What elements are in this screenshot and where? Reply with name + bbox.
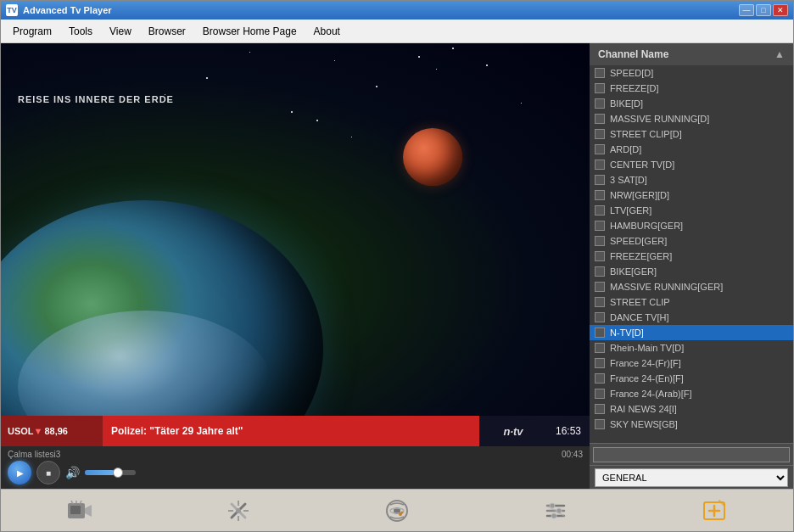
svg-point-8 [236, 508, 241, 513]
video-player[interactable]: REISE INS INNERE DER ERDE USOL ▼ 88,96 P… [1, 43, 590, 446]
channel-name-label: SPEED[GER] [610, 236, 667, 246]
channel-search-input[interactable] [593, 447, 790, 462]
channel-name-label: 3 SAT[D] [610, 175, 647, 185]
channel-name-label: Rhein-Main TV[D] [610, 343, 684, 353]
channel-checkbox[interactable] [595, 205, 605, 216]
info-channel-value: 88,96 [44, 426, 68, 436]
channel-item[interactable]: N-TV[D] [590, 325, 793, 340]
info-bar-ticker: Polizei: "Täter 29 Jahre alt" [103, 416, 479, 446]
channel-item[interactable]: MASSIVE RUNNING[D] [590, 111, 793, 126]
planet-mars [403, 128, 462, 186]
channel-item[interactable]: FREEZE[D] [590, 81, 793, 96]
channel-name-label: SPEED[D] [610, 68, 653, 78]
channel-item[interactable]: 3 SAT[D] [590, 172, 793, 188]
channel-list[interactable]: SPEED[D]FREEZE[D]BIKE[D]MASSIVE RUNNING[… [590, 65, 793, 443]
video-overlay-text: REISE INS INNERE DER ERDE [18, 94, 174, 104]
channel-checkbox[interactable] [595, 343, 605, 353]
menu-about[interactable]: About [305, 22, 349, 41]
channel-checkbox[interactable] [595, 282, 605, 292]
channel-item[interactable]: MASSIVE RUNNING[GER] [590, 279, 793, 294]
channel-search-area [590, 443, 793, 465]
channel-checkbox[interactable] [595, 221, 605, 231]
channel-item[interactable]: Rhein-Main TV[D] [590, 340, 793, 356]
toolbar-btn-add[interactable] [696, 493, 732, 529]
toolbar-btn-video[interactable] [62, 493, 98, 529]
channel-checkbox[interactable] [595, 190, 605, 200]
channel-checkbox[interactable] [595, 373, 605, 384]
play-button[interactable] [8, 461, 31, 484]
channel-checkbox[interactable] [595, 312, 605, 322]
status-text: Çalma listesi3 [8, 450, 556, 459]
channel-item[interactable]: SPEED[D] [590, 65, 793, 81]
main-content: REISE INS INNERE DER ERDE USOL ▼ 88,96 P… [1, 43, 793, 489]
channel-item[interactable]: France 24-(Fr)[F] [590, 356, 793, 371]
channel-name-label: N-TV[D] [610, 328, 644, 338]
toolbar-btn-media[interactable] [379, 493, 415, 529]
channel-item[interactable]: CENTER TV[D] [590, 157, 793, 172]
svg-point-17 [400, 511, 403, 513]
stop-button[interactable] [36, 461, 60, 484]
toolbar-btn-settings[interactable] [538, 493, 573, 529]
channel-checkbox[interactable] [595, 236, 605, 246]
channel-checkbox[interactable] [595, 83, 605, 93]
channel-checkbox[interactable] [595, 68, 605, 78]
channel-item[interactable]: HAMBURG[GER] [590, 218, 793, 233]
channel-item[interactable]: NRW[GER][D] [590, 188, 793, 203]
channel-item[interactable]: France 24-(En)[F] [590, 371, 793, 386]
channel-checkbox[interactable] [595, 389, 605, 399]
channel-checkbox[interactable] [595, 404, 605, 414]
channel-checkbox[interactable] [595, 251, 605, 261]
channel-checkbox[interactable] [595, 144, 605, 154]
menu-view[interactable]: View [101, 22, 140, 41]
channel-item[interactable]: STREET CLIP [590, 294, 793, 310]
channel-checkbox[interactable] [595, 266, 605, 277]
channel-item[interactable]: ARD[D] [590, 142, 793, 157]
volume-handle[interactable] [113, 468, 123, 478]
channel-checkbox[interactable] [595, 297, 605, 307]
channel-checkbox[interactable] [595, 419, 605, 429]
channel-header: Channel Name ▲ [590, 43, 793, 65]
window-controls: — □ ✕ [739, 4, 788, 16]
channel-checkbox[interactable] [595, 175, 605, 185]
channel-name-label: HAMBURG[GER] [610, 221, 683, 231]
menubar: Program Tools View Browser Browser Home … [1, 20, 793, 43]
volume-slider[interactable] [85, 470, 136, 475]
channel-item[interactable]: BIKE[GER] [590, 264, 793, 279]
channel-item[interactable]: FREEZE[GER] [590, 249, 793, 264]
info-bar-channel: USOL ▼ 88,96 [1, 416, 103, 446]
close-button[interactable]: ✕ [773, 4, 788, 16]
channel-name-label: LTV[GER] [610, 205, 651, 216]
info-bar-time: 16:53 [547, 416, 590, 446]
info-arrow-icon: ▼ [34, 426, 43, 436]
channel-checkbox[interactable] [595, 160, 605, 170]
maximize-button[interactable]: □ [756, 4, 771, 16]
channel-item[interactable]: SPEED[GER] [590, 233, 793, 249]
channel-checkbox[interactable] [595, 129, 605, 139]
svg-marker-1 [85, 505, 92, 517]
volume-icon: 🔊 [65, 466, 80, 479]
channel-name-label: CENTER TV[D] [610, 160, 674, 170]
tools-icon [225, 497, 252, 524]
channel-checkbox[interactable] [595, 98, 605, 109]
channel-item[interactable]: RAI NEWS 24[I] [590, 401, 793, 417]
menu-browser[interactable]: Browser [140, 22, 194, 41]
minimize-button[interactable]: — [739, 4, 754, 16]
channel-item[interactable]: France 24-(Arab)[F] [590, 386, 793, 401]
toolbar-btn-tools[interactable] [221, 493, 256, 529]
category-select[interactable]: GENERAL NEWS SPORTS MUSIC MOVIES [595, 468, 788, 487]
controls-row: 🔊 [1, 459, 590, 486]
channel-name-label: France 24-(Fr)[F] [610, 358, 681, 368]
channel-item[interactable]: DANCE TV[H] [590, 310, 793, 325]
menu-tools[interactable]: Tools [60, 22, 101, 41]
channel-checkbox[interactable] [595, 328, 605, 338]
menu-browser-home[interactable]: Browser Home Page [194, 22, 305, 41]
channel-checkbox[interactable] [595, 358, 605, 368]
channel-item[interactable]: LTV[GER] [590, 203, 793, 218]
channel-checkbox[interactable] [595, 114, 605, 124]
channel-item[interactable]: STREET CLIP[D] [590, 126, 793, 142]
menu-program[interactable]: Program [4, 22, 60, 41]
scroll-up-icon[interactable]: ▲ [774, 48, 785, 60]
player-controls: Çalma listesi3 00:43 🔊 [1, 446, 590, 489]
channel-item[interactable]: SKY NEWS[GB] [590, 417, 793, 432]
channel-item[interactable]: BIKE[D] [590, 96, 793, 111]
